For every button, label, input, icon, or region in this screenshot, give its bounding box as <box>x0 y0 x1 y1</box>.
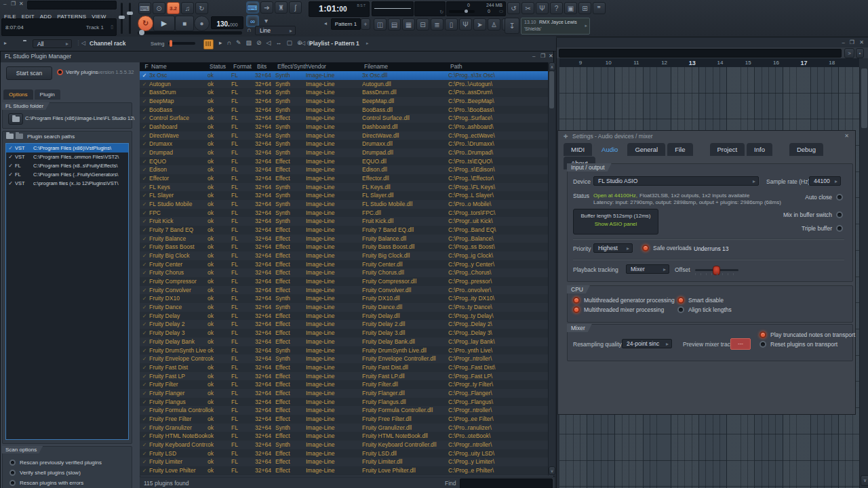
countdown-precount-button[interactable]: 3.2 <box>167 2 180 14</box>
option-led[interactable] <box>760 341 766 348</box>
playlist-maximize-button[interactable]: ❐ <box>848 39 856 45</box>
table-scroll-up[interactable]: ∧ <box>549 62 555 71</box>
option-row[interactable]: Multithreaded mixer processing <box>573 306 675 313</box>
song-position-slider[interactable] <box>138 31 242 35</box>
collapse-arrow-icon[interactable]: ▸ <box>4 40 7 46</box>
filter-dropdown[interactable]: All▸ <box>33 39 72 48</box>
table-row[interactable]: ✓Fruity ChorusokFL32+64EffectImage-LineF… <box>140 268 548 277</box>
pm-tab-plugin[interactable]: Plugin <box>35 89 60 100</box>
table-row[interactable]: ✓EdisonokFL32+64EffectImage-LineEdison.d… <box>140 165 548 174</box>
table-row[interactable]: ✓BeepMapokFL32+64SynthImage-LineBeepMap.… <box>140 97 548 106</box>
option-row[interactable]: Smart disable <box>677 297 732 304</box>
touch-controller-icon[interactable]: ➤ <box>473 18 486 30</box>
magnet-icon[interactable]: ∩ <box>225 39 233 46</box>
table-row[interactable]: ✓DirectWaveokFL32+64SynthImage-LineDirec… <box>140 131 548 140</box>
table-row[interactable]: ✓FL Studio MobileokFL32+64SynthImage-Lin… <box>140 200 548 209</box>
search-paths-list[interactable]: ✓VSTC:\Program Files (x86)\VstPlugins\✓V… <box>5 143 129 440</box>
option-row[interactable]: Rescan plugins with errors <box>3 478 130 488</box>
preview-mixer-track-selector[interactable]: --- <box>730 338 751 350</box>
table-row[interactable]: ✓Control SurfaceokFL32+64EffectImage-Lin… <box>140 114 548 123</box>
table-row[interactable]: ✓Fruity Formula ControllerokFL32+64Effec… <box>140 406 548 415</box>
channel-rack-view-icon[interactable]: ▤ <box>388 18 401 30</box>
option-led[interactable] <box>573 306 580 313</box>
hint-bubble-icon[interactable]: ❞ <box>593 2 606 14</box>
table-row[interactable]: ✓Fruity CompressorokFL32+64EffectImage-L… <box>140 277 548 286</box>
pattern-add-button[interactable]: + <box>361 18 370 30</box>
table-row[interactable]: ✓Fruity Bass BoostokFL32+64EffectImage-L… <box>140 243 548 251</box>
table-row[interactable]: ✓Fruity FlangusokFL32+64EffectImage-Line… <box>140 398 548 407</box>
export-project-icon[interactable]: ↧ <box>505 18 519 34</box>
scrollbar-thumb[interactable] <box>861 68 867 128</box>
song-loop-button[interactable]: ↻ <box>138 16 153 31</box>
mute-tool-icon[interactable]: ◁ <box>264 39 273 46</box>
plugin-table-header[interactable]: FNameStatusFormatBitsEffect/SynthVendorF… <box>140 62 548 71</box>
table-row[interactable]: ✓FL KeysokFL32+64SynthImage-LineFL Keys.… <box>140 183 548 192</box>
column-header-f[interactable]: F <box>142 62 151 71</box>
table-row[interactable]: ✓Fruity GranulizerokFL32+64SynthImage-Li… <box>140 424 548 432</box>
table-row[interactable]: ✓Fruity Big ClockokFL32+64EffectImage-Li… <box>140 251 548 260</box>
playlist-titlebar[interactable]: – ❐ ✕ <box>557 38 868 47</box>
playlist-minimize-button[interactable]: – <box>840 39 847 45</box>
table-scrollbar[interactable]: ∧ ∨ <box>548 62 555 476</box>
performance-mode-icon[interactable]: ♙ <box>488 18 500 30</box>
volume-knob[interactable] <box>119 16 125 19</box>
step-edit-icon[interactable]: ➔ <box>260 1 273 14</box>
column-header-status[interactable]: Status <box>210 62 233 71</box>
table-row[interactable]: ✓Fruity DanceokFL32+64SynthImage-LineFru… <box>140 303 548 312</box>
swing-slider[interactable] <box>168 42 195 45</box>
table-row[interactable]: ✓Fruity LimiterokFL32+64EffectImage-Line… <box>140 458 548 466</box>
table-row[interactable]: ✓Fruity CenterokFL32+64EffectImage-LineF… <box>140 260 548 269</box>
column-header-name[interactable]: Name <box>151 62 210 71</box>
search-path-row[interactable]: ✓VSTC:\Program Files..ommon Files\VST2\ <box>6 152 128 161</box>
mixer-view-icon[interactable]: ≣ <box>431 18 443 30</box>
playlist-marker-strip[interactable] <box>559 49 842 58</box>
table-row[interactable]: ✓Fruity ConvolverokFL32+64EffectImage-Li… <box>140 286 548 295</box>
position-knob[interactable] <box>139 30 144 35</box>
table-row[interactable]: ✓Fruity DX10okFL32+64SynthImage-LineFrui… <box>140 294 548 303</box>
offset-slider[interactable] <box>695 269 738 271</box>
settings-tab-info[interactable]: Info <box>747 143 772 156</box>
pm-tab-options[interactable]: Options <box>3 89 33 100</box>
play-button[interactable]: ▶ <box>153 16 175 31</box>
auto-close-led[interactable] <box>836 194 843 201</box>
delete-tool-icon[interactable]: ⊘ <box>254 39 264 46</box>
table-row[interactable]: ✓Fruity BalanceokFL32+64EffectImage-Line… <box>140 235 548 243</box>
time-display[interactable]: 1:01:00 B:S:T <box>309 1 370 17</box>
slice-tool-icon[interactable]: ✂ <box>521 2 534 14</box>
channel-rack-label[interactable]: Channel rack <box>90 40 125 47</box>
start-scan-button[interactable]: Start scan <box>6 66 52 80</box>
option-led[interactable] <box>9 470 16 476</box>
playback-tracking-dropdown[interactable]: Mixer▸ <box>626 264 669 274</box>
table-row[interactable]: ✓Fruity Delay BankokFL32+64EffectImage-L… <box>140 338 548 346</box>
table-row[interactable]: ✓DashboardokFL32+64SynthImage-LineDashbo… <box>140 123 548 131</box>
output-monitor-panel[interactable]: ↻ <box>414 1 446 16</box>
playlist-view-icon[interactable]: ◫ <box>374 18 387 30</box>
oscilloscope-panel[interactable] <box>372 1 414 16</box>
recording-pedal-icon[interactable]: ʃ <box>289 1 302 14</box>
add-folder-icon[interactable] <box>6 134 14 139</box>
record-audio-icon[interactable]: Ψ <box>536 2 549 14</box>
table-row[interactable]: ✓AutogunokFL32+64SynthImage-LineAutogun.… <box>140 80 548 89</box>
column-header-effectsynth[interactable]: Effect/Synth <box>277 62 308 71</box>
safe-overloads-led[interactable] <box>642 245 649 251</box>
triple-buffer-option[interactable]: Triple buffer <box>717 225 843 232</box>
draw-tool-icon[interactable]: ✎ <box>234 39 243 46</box>
column-header-filename[interactable]: Filename <box>364 62 450 71</box>
song-next-icon[interactable]: ▸ <box>585 23 587 28</box>
swing-knob[interactable] <box>170 40 172 47</box>
loop-record-icon[interactable]: ↻ <box>195 2 208 14</box>
table-row[interactable]: ✓Fruity Envelope ControllerokFL32+64Synt… <box>140 354 548 363</box>
undo-icon[interactable]: ↺ <box>507 2 520 14</box>
pitch-knob[interactable] <box>127 12 133 15</box>
playlist-next-icon[interactable]: ▸ <box>366 41 369 46</box>
table-row[interactable]: ✓Fruity 7 Band EQokFL32+64EffectImage-Li… <box>140 226 548 235</box>
cpu-memory-panel[interactable]: 0 244 MB 0 ⬭ <box>446 1 506 16</box>
table-row[interactable]: ✓Fruity HTML NoteBookokFL32+64EffectImag… <box>140 432 548 441</box>
paint-tool-icon[interactable]: ▨ <box>244 39 254 46</box>
scroll-down-button[interactable]: ∨ <box>861 475 868 486</box>
table-row[interactable]: ✓Fruity FilterokFL32+64EffectImage-LineF… <box>140 380 548 389</box>
column-header-bits[interactable]: Bits <box>257 62 277 71</box>
settings-titlebar[interactable]: ✚ Settings - Audio devices / mixer ✕ <box>558 131 855 142</box>
samplerate-dropdown[interactable]: 44100▸ <box>809 176 841 186</box>
table-row[interactable]: ✓BooBassokFL32+64SynthImage-LineBooBass.… <box>140 106 548 115</box>
